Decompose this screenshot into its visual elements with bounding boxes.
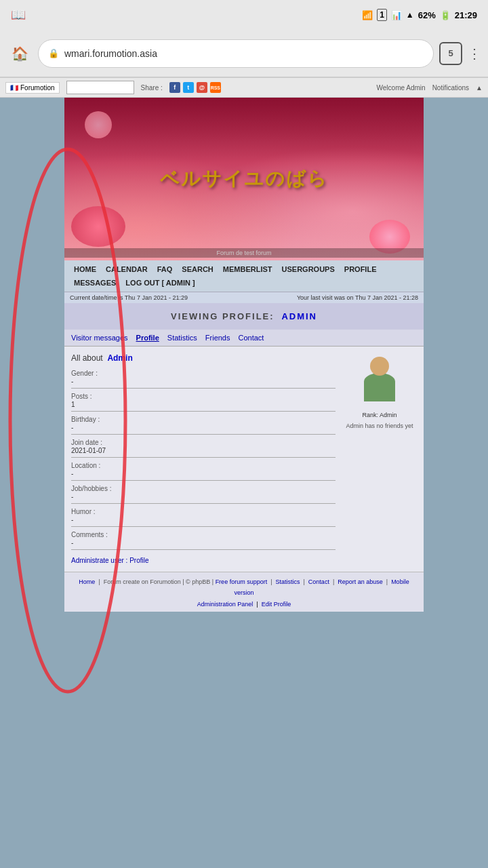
profile-body: All about Admin Gender : - Posts : 1 Bir… — [64, 347, 424, 572]
social-icons: f t @ RSS — [169, 82, 221, 93]
share-label: Share : — [141, 84, 163, 92]
field-birthday: Birthday : - — [71, 416, 336, 435]
fm-logo-text: Forumotion — [20, 84, 55, 92]
signal-icon-2: ▲ — [406, 10, 414, 20]
field-gender-label: Gender : — [71, 370, 336, 377]
banner-title: ベルサイユのばら — [160, 166, 328, 192]
nav-profile[interactable]: PROFILE — [340, 263, 381, 275]
field-hobbies: Job/hobbies : - — [71, 485, 336, 504]
field-joindate-value: 2021-01-07 — [71, 447, 336, 458]
nav-calendar[interactable]: CALENDAR — [102, 263, 152, 275]
welcome-text: Welcome Admin — [377, 84, 426, 92]
twitter-icon[interactable]: t — [183, 82, 194, 93]
footer-free-support[interactable]: Free forum support — [216, 578, 268, 585]
url-text: wmari.forumotion.asia — [64, 48, 157, 59]
status-left: 📖 — [11, 7, 26, 22]
fm-logo: 🇫🇷 Forumotion — [5, 82, 60, 94]
battery-icon: 🔋 — [440, 10, 451, 20]
field-joindate: Join date : 2021-01-07 — [71, 439, 336, 458]
all-about-label: All about — [71, 353, 103, 363]
rank-label: Rank: Admin — [362, 412, 396, 418]
field-humor-value: - — [71, 516, 336, 527]
profile-name: Admin — [107, 353, 132, 363]
field-location-label: Location : — [71, 462, 336, 469]
tab-count-badge[interactable]: 5 — [439, 42, 462, 65]
tab-visitor-messages[interactable]: Visitor messages — [71, 334, 128, 342]
date-bar: Current date/time is Thu 7 Jan 2021 - 21… — [64, 292, 424, 303]
profile-tabs: Visitor messages Profile Statistics Frie… — [64, 330, 424, 347]
url-bar[interactable]: 🔒 wmari.forumotion.asia — [38, 39, 434, 68]
friends-label: Admin has no friends yet — [346, 422, 413, 429]
fm-search-input[interactable] — [66, 81, 134, 94]
tab-contact[interactable]: Contact — [239, 334, 264, 342]
nav-logout[interactable]: LOG OUT [ ADMIN ] — [121, 277, 199, 289]
avatar-figure — [363, 357, 396, 404]
administrate-user-link[interactable]: Administrate user : Profile — [71, 557, 149, 564]
status-right: 📶 1 📊 ▲ 62% 🔋 21:29 — [362, 9, 477, 21]
forum-banner: ベルサイユのばら Forum de test forum — [64, 98, 424, 260]
avatar-head — [370, 357, 389, 376]
profile-left: All about Admin Gender : - Posts : 1 Bir… — [71, 353, 336, 565]
profile-username: ADMIN — [281, 311, 317, 321]
home-button[interactable]: 🏠 — [7, 41, 33, 66]
nav-memberlist[interactable]: MEMBERLIST — [219, 263, 277, 275]
browser-menu-button[interactable]: ⋮ — [468, 45, 481, 62]
avatar-body — [364, 373, 395, 401]
sim-icon: 1 — [377, 9, 387, 21]
forum-wrapper: ベルサイユのばら Forum de test forum HOME CALEND… — [64, 98, 424, 612]
status-bar: 📖 📶 1 📊 ▲ 62% 🔋 21:29 — [0, 0, 488, 30]
footer-report[interactable]: Report an abuse — [338, 578, 383, 585]
nav-usergroups[interactable]: USERGROUPS — [278, 263, 339, 275]
footer-statistics[interactable]: Statistics — [276, 578, 300, 585]
nav-search[interactable]: SEARCH — [178, 263, 217, 275]
signal-icon: 📊 — [391, 10, 402, 20]
footer-credits: Forum create on Forumotion | © phpBB | — [104, 578, 214, 585]
field-location-value: - — [71, 470, 336, 481]
field-comments-label: Comments : — [71, 531, 336, 538]
last-visit: Your last visit was on Thu 7 Jan 2021 - … — [297, 294, 418, 301]
field-birthday-label: Birthday : — [71, 416, 336, 423]
field-hobbies-label: Job/hobbies : — [71, 485, 336, 492]
app-icon: 📖 — [11, 7, 26, 22]
email-icon[interactable]: @ — [197, 82, 207, 93]
field-joindate-label: Join date : — [71, 439, 336, 446]
admin-panel-link[interactable]: Administration Panel — [197, 601, 253, 608]
footer-home-link[interactable]: Home — [79, 578, 95, 585]
field-comments-value: - — [71, 539, 336, 550]
footer-contact[interactable]: Contact — [308, 578, 329, 585]
field-humor: Humor : - — [71, 508, 336, 527]
forum-footer: Home | Forum create on Forumotion | © ph… — [64, 572, 424, 612]
tab-statistics[interactable]: Statistics — [167, 334, 197, 342]
fm-arrow-icon: ▲ — [476, 84, 483, 92]
wifi-icon: 📶 — [362, 10, 373, 20]
field-hobbies-value: - — [71, 493, 336, 504]
notifications-link[interactable]: Notifications — [432, 84, 469, 92]
nav-home[interactable]: HOME — [70, 263, 100, 275]
footer-links: Home | Forum create on Forumotion | © ph… — [71, 576, 417, 598]
profile-header: VIEWING PROFILE: ADMIN — [64, 303, 424, 330]
viewing-profile-label: VIEWING PROFILE: — [171, 311, 274, 321]
fm-flag-icon: 🇫🇷 — [10, 84, 18, 92]
field-birthday-value: - — [71, 424, 336, 435]
clock: 21:29 — [455, 10, 477, 20]
field-posts-value: 1 — [71, 401, 336, 412]
avatar — [358, 353, 401, 408]
field-location: Location : - — [71, 462, 336, 481]
page-wrapper: 📖 📶 1 📊 ▲ 62% 🔋 21:29 🏠 🔒 wmari.forumoti… — [0, 0, 488, 868]
nav-bar: HOME CALENDAR FAQ SEARCH MEMBERLIST USER… — [64, 260, 424, 292]
all-about-header: All about Admin — [71, 353, 336, 363]
banner-subtitle: Forum de test forum — [64, 248, 424, 258]
content-area: ベルサイユのばら Forum de test forum HOME CALEND… — [0, 98, 488, 612]
facebook-icon[interactable]: f — [169, 82, 180, 93]
browser-bar: 🏠 🔒 wmari.forumotion.asia 5 ⋮ — [0, 30, 488, 77]
nav-messages[interactable]: MESSAGES — [70, 277, 120, 289]
nav-faq[interactable]: FAQ — [153, 263, 177, 275]
field-posts: Posts : 1 — [71, 393, 336, 412]
tab-friends[interactable]: Friends — [205, 334, 230, 342]
rss-icon[interactable]: RSS — [210, 82, 221, 93]
field-gender: Gender : - — [71, 370, 336, 389]
edit-profile-link[interactable]: Edit Profile — [262, 601, 291, 608]
current-date: Current date/time is Thu 7 Jan 2021 - 21… — [70, 294, 188, 301]
tab-profile[interactable]: Profile — [136, 334, 159, 342]
profile-right: Rank: Admin Admin has no friends yet — [342, 353, 417, 565]
